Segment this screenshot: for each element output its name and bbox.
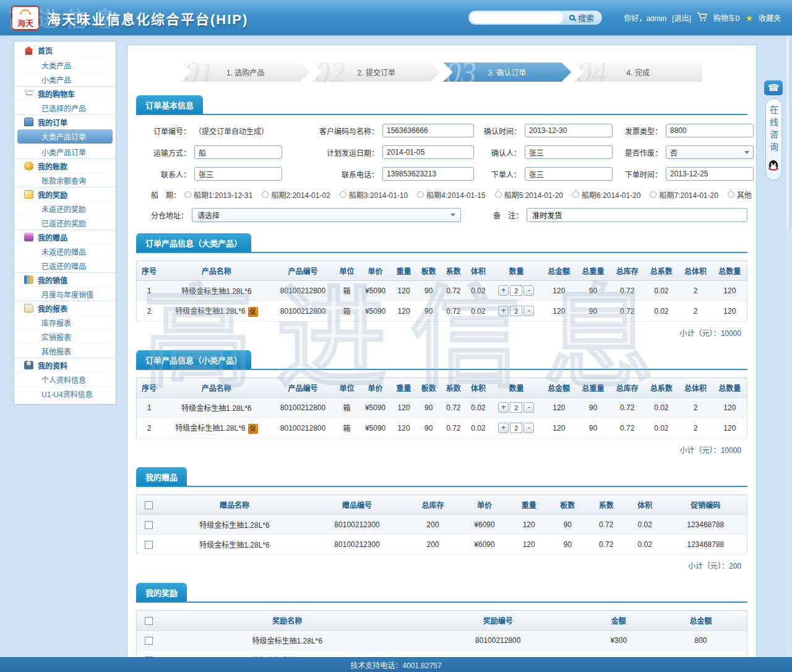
select-all-checkbox[interactable]	[145, 501, 153, 509]
column-header: 总库存	[610, 378, 644, 398]
sidebar-item[interactable]: 小类产品订单	[14, 144, 116, 158]
plus-button[interactable]: +	[498, 285, 509, 296]
sidebar-item[interactable]: 我的销值	[14, 272, 116, 286]
sidebar-item-label: 首页	[38, 45, 53, 56]
remark-input[interactable]	[527, 208, 747, 222]
sidebar-item[interactable]: 未返还的赠品	[14, 244, 116, 258]
minus-button[interactable]: -	[523, 285, 534, 296]
column-header: 总金额	[655, 611, 747, 631]
sidebar-item[interactable]: 小类产品	[14, 72, 116, 86]
minus-button[interactable]: -	[523, 423, 534, 433]
row-checkbox[interactable]	[145, 521, 153, 529]
cart-link[interactable]: 购物车0	[713, 12, 740, 23]
sidebar-item[interactable]: 我的资料	[14, 358, 116, 372]
step[interactable]: 01 1. 选购产品	[181, 62, 310, 82]
ship-date-label: 船 期：	[151, 189, 184, 200]
ship-date-radio[interactable]: 船期1:2013-12-31	[184, 189, 252, 200]
quantity-stepper[interactable]: + 2 -	[498, 402, 534, 413]
main-panel: 01 1. 选购产品 02 2. 提交订单 03 3. 确认订单 04 4. 完…	[127, 45, 757, 672]
sidebar-item[interactable]: 库存报表	[14, 315, 116, 329]
column-header: 单位	[335, 261, 359, 281]
select-all-checkbox[interactable]	[145, 617, 153, 625]
table-row: 2 特级金标生抽1.28L*6促 80100212800 箱 ¥5090 120…	[137, 418, 747, 439]
sidebar-item[interactable]: 已返还的赠品	[14, 258, 116, 272]
sidebar-item-label: 我的赠品	[38, 232, 67, 243]
ship-date-radio[interactable]: 其他	[728, 189, 752, 200]
subtotal-value: 10000	[721, 446, 741, 455]
sidebar-item[interactable]: 我的报表	[14, 301, 116, 315]
confirmer-label: 确认人：	[476, 147, 525, 158]
contact-input[interactable]	[194, 167, 282, 181]
ship-date-radio[interactable]: 船期7:2014-01-20	[650, 189, 718, 200]
report-icon	[24, 304, 33, 312]
sidebar-item[interactable]: 已选择的产品	[14, 100, 116, 114]
product-name-cell: 特级金标生抽1.28L*6	[161, 398, 271, 418]
column-header: 序号	[137, 261, 162, 281]
sidebar-item[interactable]: 大类产品订单	[17, 129, 113, 144]
column-header: 体积	[466, 261, 491, 281]
row-checkbox[interactable]	[145, 637, 153, 645]
search-button[interactable]: 搜索	[563, 12, 600, 24]
minus-button[interactable]: -	[523, 306, 534, 316]
sidebar-item[interactable]: 个人资料信息	[14, 372, 116, 386]
minus-button[interactable]: -	[523, 402, 534, 413]
invoice-type-input[interactable]	[666, 124, 754, 137]
sidebar-item[interactable]: 我的赠品	[14, 230, 116, 244]
search-input[interactable]	[470, 12, 563, 24]
ship-date-radio[interactable]: 船期2:2014-01-02	[262, 189, 330, 200]
step-label: 3. 确认订单	[488, 67, 526, 77]
plus-button[interactable]: +	[498, 306, 509, 316]
scrollbar[interactable]	[786, 36, 792, 657]
step[interactable]: 03 3. 确认订单	[443, 62, 572, 82]
ship-date-radio[interactable]: 船期5:2014-01-20	[495, 189, 563, 200]
online-consult-button[interactable]: 在线咨询	[765, 98, 782, 181]
qq-icon	[767, 160, 780, 175]
plan-date-label: 计划发运日期：	[307, 147, 382, 158]
plan-date-input[interactable]	[382, 145, 474, 159]
chart-icon	[24, 275, 33, 284]
sidebar-item[interactable]: 大类产品	[14, 58, 116, 72]
quantity-stepper[interactable]: + 2 -	[498, 306, 534, 316]
sidebar-item[interactable]: 未返还的奖励	[14, 201, 116, 215]
sidebar-item[interactable]: 我的购物车	[14, 86, 116, 100]
sidebar-item[interactable]: 已返还的奖励	[14, 215, 116, 230]
row-checkbox[interactable]	[145, 541, 153, 549]
step[interactable]: 04 4. 完成	[574, 62, 703, 82]
sidebar-item[interactable]: 我的账款	[14, 158, 116, 173]
sidebar-item-label: 库存报表	[41, 317, 71, 328]
confirmer-input[interactable]	[525, 145, 613, 159]
customer-input[interactable]	[382, 124, 474, 137]
sidebar-item-label: 小类产品订单	[41, 147, 86, 157]
sidebar-item[interactable]: 我的奖励	[14, 187, 116, 201]
sidebar-item[interactable]: 其他报表	[14, 343, 116, 358]
quantity-stepper[interactable]: + 2 -	[498, 285, 534, 296]
quantity-stepper[interactable]: + 2 -	[498, 423, 534, 433]
plus-button[interactable]: +	[498, 423, 509, 433]
scrollbar-thumb[interactable]	[787, 37, 791, 229]
phone-input[interactable]	[382, 167, 474, 181]
search-icon	[569, 15, 575, 20]
sidebar-item[interactable]: 月度与年度销值	[14, 286, 116, 301]
order-time-input[interactable]	[666, 167, 754, 181]
column-header: 单价	[359, 378, 392, 398]
sidebar-item[interactable]: 首页	[14, 43, 116, 58]
sidebar-item[interactable]: U1-U4资料信息	[14, 386, 116, 400]
ship-date-radio[interactable]: 船期6:2014-01-20	[572, 189, 640, 200]
sidebar-item[interactable]: 我的订单	[14, 114, 116, 129]
column-header: 赠品名称	[161, 495, 308, 515]
favorites-link[interactable]: 收藏夹	[759, 12, 781, 23]
ship-date-radio[interactable]: 船期4:2014-01-15	[417, 189, 485, 200]
step[interactable]: 02 2. 提交订单	[312, 62, 441, 82]
confirm-time-input[interactable]	[525, 124, 613, 137]
logout-link[interactable]: [退出]	[672, 12, 691, 23]
orderer-input[interactable]	[525, 167, 613, 181]
void-select[interactable]: 否	[666, 145, 754, 159]
sidebar-item[interactable]: 账款余额查询	[14, 173, 116, 187]
void-select-value: 否	[670, 147, 678, 158]
ship-date-radio[interactable]: 船期3:2014-01-10	[340, 189, 408, 200]
plus-button[interactable]: +	[498, 402, 509, 413]
search-button-label: 搜索	[578, 12, 594, 24]
warehouse-select[interactable]: 请选择	[192, 208, 461, 222]
transport-input[interactable]	[194, 145, 282, 159]
sidebar-item[interactable]: 实销报表	[14, 329, 116, 343]
